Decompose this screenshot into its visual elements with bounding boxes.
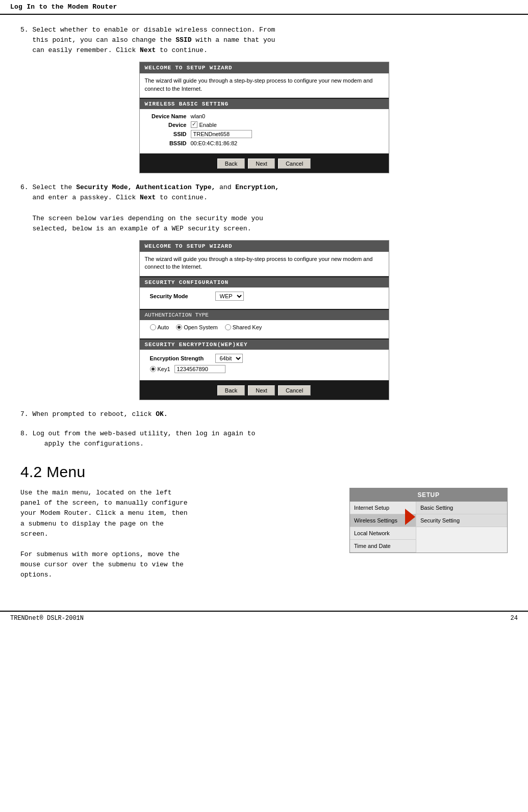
wizard2-security-form: Security Mode WEP [140,287,389,309]
step-7-text: 7. When prompted to reboot, click OK. [20,409,508,420]
wizard1-label-bssid: BSSID [150,140,191,146]
menu-item-local-network[interactable]: Local Network [350,527,416,540]
section-42-text: Use the main menu, located on the left p… [20,488,334,580]
menu-item-time-date[interactable]: Time and Date [350,540,416,553]
wizard1-row-device: Device Enable [150,121,379,128]
wizard2-cancel-button[interactable]: Cancel [278,385,311,396]
wizard1-row-device-name: Device Name wlan0 [150,113,379,119]
wizard2-input-key1[interactable] [174,365,225,373]
menu-screenshot: SETUP Internet Setup Wireless Settings L… [349,488,508,553]
wizard2-radio-auto[interactable] [150,324,156,330]
section-42-title: 4.2 Menu [20,463,508,481]
wizard1-cancel-button[interactable]: Cancel [278,159,311,169]
step-5-block: 5. Select whether to enable or disable w… [20,25,508,173]
step-8-text: 8. Log out from the web-based utility, t… [20,429,508,449]
wizard2-row-key1: Key1 [150,365,379,373]
wizard2-enc-form: Encryption Strength 64bit Key1 [140,350,389,380]
menu-arrow-icon [405,509,415,525]
wizard2-auth-auto[interactable]: Auto [150,324,169,330]
wizard1-checkbox-device[interactable] [191,121,197,128]
wizard1-value-device: Enable [199,122,217,128]
section-42-layout: Use the main menu, located on the left p… [20,488,508,580]
wizard2-auth-open-label: Open System [184,324,218,330]
wizard2-back-button[interactable]: Back [217,385,245,396]
wizard2-label-enc-strength: Encryption Strength [150,355,211,361]
wizard2-auth-open[interactable]: Open System [176,324,218,330]
wizard2-section3: SECURITY ENCRYPTION(WEP)KEY [140,339,389,350]
step-5-text: 5. Select whether to enable or disable w… [20,25,508,56]
wizard1-desc: The wizard will guide you through a step… [140,73,389,98]
wizard2-radio-key1[interactable] [150,366,156,372]
wizard1-form: Device Name wlan0 Device Enable SSID BSS… [140,109,389,153]
menu-right-col: Basic Setting Security Setting [416,502,507,553]
menu-subitem-security-setting[interactable]: Security Setting [416,514,507,527]
menu-subitem-basic-setting[interactable]: Basic Setting [416,502,507,514]
wizard1-back-button[interactable]: Back [217,159,245,169]
wizard2-desc: The wizard will guide you through a step… [140,252,389,276]
wizard2-section1: SECURITY CONFIGURATION [140,277,389,287]
footer-brand: TRENDnet® DSLR-2001N [10,615,84,622]
wizard1-button-row: Back Next Cancel [140,153,389,173]
wizard2-auth-shared-label: Shared Key [233,324,262,330]
wizard-screenshot-1: WELCOME TO SETUP WIZARD The wizard will … [139,62,389,173]
wizard2-key1-label: Key1 [158,366,170,372]
step-7-block: 7. When prompted to reboot, click OK. [20,409,508,420]
wizard1-next-button[interactable]: Next [248,159,275,169]
header-title: Log In to the Modem Router [10,3,117,11]
wizard2-label-security-mode: Security Mode [150,293,211,299]
wizard1-input-ssid[interactable] [191,130,252,138]
wizard2-next-button[interactable]: Next [248,385,275,396]
wizard2-key1-radio[interactable]: Key1 [150,366,170,372]
step5-line1: 5. Select whether to enable or disable w… [20,26,275,54]
wizard1-row-ssid: SSID [150,130,379,138]
page-footer: TRENDnet® DSLR-2001N 24 [0,611,528,625]
wizard2-section2: Authentication Type [140,310,389,320]
wizard-screenshot-2: WELCOME TO SETUP WIZARD The wizard will … [139,240,389,400]
wizard1-label-ssid: SSID [150,131,191,137]
wizard2-button-row: Back Next Cancel [140,380,389,400]
wizard1-row-bssid: BSSID 00:E0:4C:81:86:82 [150,140,379,146]
wizard1-value-device-name: wlan0 [191,113,206,119]
wizard1-title: WELCOME TO SETUP WIZARD [140,62,389,73]
menu-setup-bar: SETUP [350,488,507,502]
menu-rows-area: Internet Setup Wireless Settings Local N… [350,502,507,553]
wizard2-select-enc-strength[interactable]: 64bit [215,354,243,363]
wizard2-select-security-mode[interactable]: WEP [215,292,244,301]
footer-page-number: 24 [511,615,518,622]
section-42: 4.2 Menu Use the main menu, located on t… [20,463,508,580]
wizard2-title: WELCOME TO SETUP WIZARD [140,241,389,252]
wizard1-value-bssid: 00:E0:4C:81:86:82 [191,140,238,146]
step-6-text: 6. Select the Security Mode, Authenticat… [20,182,508,234]
wizard1-section: WIRELESS BASIC SETTING [140,99,389,109]
wizard1-label-device: Device [150,122,191,128]
wizard2-auth-form: Auto Open System Shared Key [140,320,389,338]
wizard2-auth-type-header: Authentication Type [145,312,209,318]
wizard2-auth-shared[interactable]: Shared Key [225,324,262,330]
wizard2-row-security-mode: Security Mode WEP [150,292,379,301]
wizard2-auth-auto-label: Auto [158,324,169,330]
wizard2-row-enc-strength: Encryption Strength 64bit [150,354,379,363]
wizard2-radio-open[interactable] [176,324,182,330]
step-8-block: 8. Log out from the web-based utility, t… [20,429,508,449]
page-content: 5. Select whether to enable or disable w… [0,15,528,590]
wizard2-row-auth-type: Auto Open System Shared Key [150,324,379,330]
wizard2-auth-radio-group: Auto Open System Shared Key [150,324,262,330]
wizard2-radio-shared[interactable] [225,324,231,330]
wizard1-label-device-name: Device Name [150,113,191,119]
page-header: Log In to the Modem Router [0,0,528,15]
step-6-block: 6. Select the Security Mode, Authenticat… [20,182,508,400]
